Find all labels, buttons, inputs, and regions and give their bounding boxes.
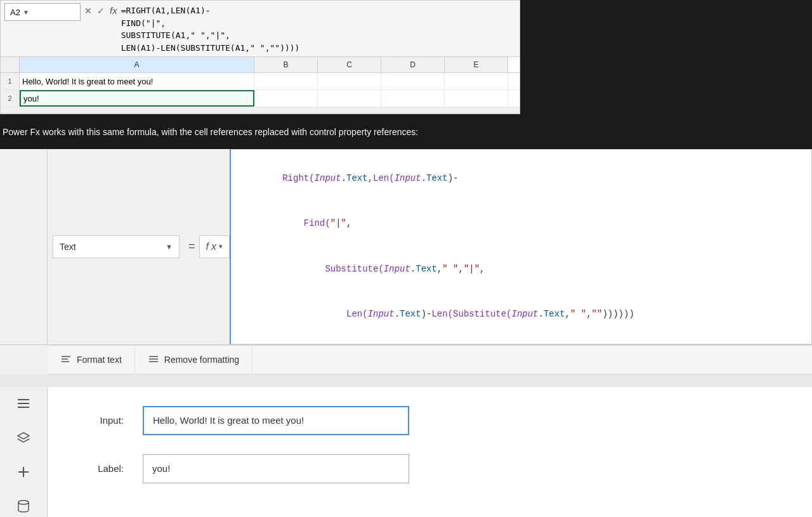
fx-chevron: ▾ bbox=[219, 242, 223, 251]
formula-bar-sidebar bbox=[0, 149, 48, 344]
format-text-icon bbox=[60, 354, 72, 365]
confirm-formula-icon[interactable]: ✓ bbox=[97, 6, 105, 16]
canvas-area: Input: Hello, World! It is great to meet… bbox=[0, 374, 812, 517]
cell-c2[interactable] bbox=[318, 90, 381, 107]
cell-ref-value: A2 bbox=[10, 8, 20, 17]
input-row: Input: Hello, World! It is great to meet… bbox=[73, 406, 787, 435]
formula-editor[interactable]: Right(Input.Text,Len(Input.Text)- Find("… bbox=[230, 149, 812, 344]
remove-formatting-label: Remove formatting bbox=[164, 355, 239, 365]
property-dropdown-icon: ▼ bbox=[166, 243, 173, 251]
label-label: Label: bbox=[73, 463, 124, 474]
svg-marker-9 bbox=[18, 433, 29, 439]
text-prop-4: Text bbox=[400, 309, 421, 319]
col-header-a[interactable]: A bbox=[20, 57, 254, 72]
description-text: Power Fx works with this same formula, w… bbox=[0, 114, 812, 149]
input-ref-1: Input bbox=[315, 173, 341, 183]
label-field[interactable]: you! bbox=[143, 454, 409, 483]
sidebar-icons bbox=[0, 387, 47, 517]
col-header-e[interactable]: E bbox=[445, 57, 508, 72]
canvas-content: Input: Hello, World! It is great to meet… bbox=[48, 387, 812, 517]
formula-line-2: FIND("|", bbox=[121, 17, 516, 30]
cell-d2[interactable] bbox=[381, 90, 445, 107]
row-num-header bbox=[1, 57, 20, 72]
svg-point-12 bbox=[18, 501, 29, 504]
layers-icon[interactable] bbox=[13, 428, 34, 448]
formula-line-4: LEN(A1)-LEN(SUBSTITUTE(A1," ","")))) bbox=[121, 42, 516, 55]
text-prop-5: Text bbox=[544, 309, 565, 319]
text-prop-3: Text bbox=[416, 264, 437, 274]
cell-d1[interactable] bbox=[381, 73, 445, 89]
excel-window: A2 ▼ ✕ ✓ fx =RIGHT(A1,LEN(A1)- FIND("|",… bbox=[0, 0, 520, 114]
col-header-c[interactable]: C bbox=[318, 57, 381, 72]
menu-icon[interactable] bbox=[13, 393, 34, 414]
database-icon[interactable] bbox=[13, 496, 34, 516]
cell-a1[interactable]: Hello, World! It is great to meet you! bbox=[20, 73, 254, 89]
row-1-num: 1 bbox=[1, 73, 20, 89]
remove-formatting-button[interactable]: Remove formatting bbox=[135, 346, 252, 374]
right-func: Right( bbox=[282, 173, 314, 183]
input-ref-5: Input bbox=[512, 309, 539, 319]
formula-line-1: Right(Input.Text,Len(Input.Text)- bbox=[240, 156, 802, 201]
input-ref-3: Input bbox=[384, 264, 410, 274]
top-section: A2 ▼ ✕ ✓ fx =RIGHT(A1,LEN(A1)- FIND("|",… bbox=[0, 0, 812, 114]
row-partial bbox=[1, 107, 520, 114]
formula-line-4: Len(Input.Text)-Len(Substitute(Input.Tex… bbox=[240, 292, 802, 337]
row-2-num: 2 bbox=[1, 90, 20, 107]
fx-button[interactable]: fx ▾ bbox=[199, 235, 230, 258]
label-value: you! bbox=[152, 463, 170, 474]
input-ref-2: Input bbox=[395, 173, 421, 183]
cell-e2[interactable] bbox=[445, 90, 508, 107]
label-row: Label: you! bbox=[73, 454, 787, 483]
text-prop-1: Text bbox=[346, 173, 368, 183]
powerapps-formula-bar: Text ▼ = fx ▾ Right(Input.Text,Len(Input… bbox=[0, 149, 812, 345]
cell-b1[interactable] bbox=[254, 73, 318, 89]
remove-formatting-icon bbox=[148, 354, 159, 365]
row-2: 2 you! bbox=[1, 90, 520, 107]
input-field[interactable]: Hello, World! It is great to meet you! bbox=[143, 406, 409, 435]
cell-ref-chevron: ▼ bbox=[23, 9, 29, 16]
property-value: Text bbox=[60, 242, 76, 252]
property-selector[interactable]: Text ▼ bbox=[53, 235, 180, 258]
cancel-formula-icon[interactable]: ✕ bbox=[84, 6, 92, 16]
format-bar: Format text Remove formatting bbox=[48, 345, 812, 374]
cell-a2[interactable]: you! bbox=[20, 90, 254, 107]
row-1: 1 Hello, World! It is great to meet you! bbox=[1, 73, 520, 90]
cell-e1[interactable] bbox=[445, 73, 508, 89]
formula-line-3: SUBSTITUTE(A1," ","|", bbox=[121, 29, 516, 42]
cell-c1[interactable] bbox=[318, 73, 381, 89]
input-ref-4: Input bbox=[368, 309, 395, 319]
input-label: Input: bbox=[73, 415, 124, 426]
formula-line-3: Substitute(Input.Text," ","|", bbox=[240, 247, 802, 292]
format-text-label: Format text bbox=[77, 355, 122, 365]
formula-content: =RIGHT(A1,LEN(A1)- FIND("|", SUBSTITUTE(… bbox=[121, 3, 516, 54]
equals-sign: = bbox=[185, 240, 199, 253]
fx-icon: fx bbox=[110, 5, 117, 16]
powerapps-editor: Text ▼ = fx ▾ Right(Input.Text,Len(Input… bbox=[0, 149, 812, 517]
col-header-d[interactable]: D bbox=[381, 57, 445, 72]
formula-line-1: =RIGHT(A1,LEN(A1)- bbox=[121, 4, 516, 17]
excel-grid: A B C D E 1 Hello, World! It is great to… bbox=[1, 57, 520, 114]
column-headers: A B C D E bbox=[1, 57, 520, 73]
formula-controls: ✕ ✓ fx bbox=[84, 3, 117, 16]
input-value: Hello, World! It is great to meet you! bbox=[153, 415, 304, 426]
formula-bar: A2 ▼ ✕ ✓ fx =RIGHT(A1,LEN(A1)- FIND("|",… bbox=[1, 1, 520, 57]
text-prop-2: Text bbox=[426, 173, 448, 183]
formula-line-2: Find("|", bbox=[240, 201, 802, 246]
add-icon[interactable] bbox=[13, 462, 34, 482]
col-header-b[interactable]: B bbox=[254, 57, 318, 72]
format-text-button[interactable]: Format text bbox=[48, 346, 135, 374]
canvas-sidebar bbox=[0, 387, 48, 517]
cell-reference-box[interactable]: A2 ▼ bbox=[4, 3, 81, 21]
cell-b2[interactable] bbox=[254, 90, 318, 107]
